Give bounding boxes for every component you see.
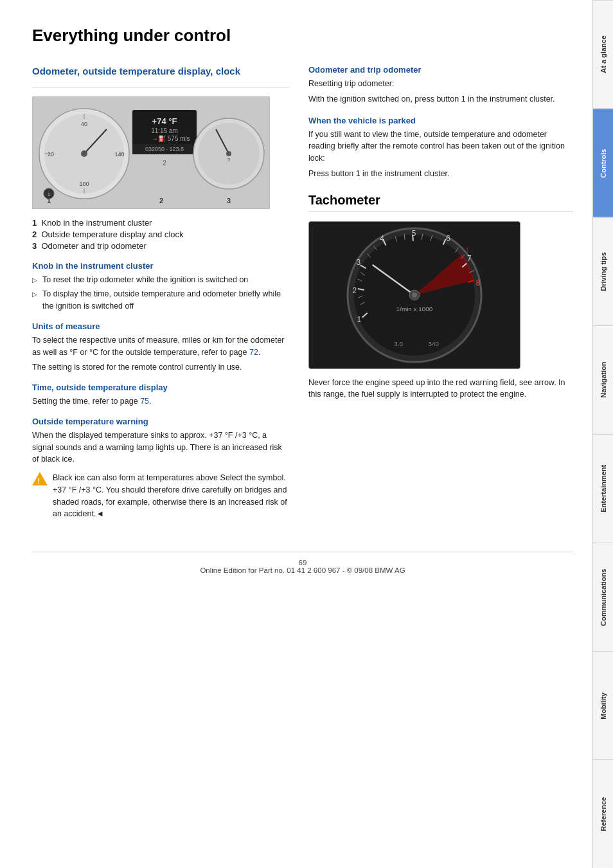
odometer-right-title: Odometer and trip odometer: [308, 65, 573, 75]
svg-text:6: 6: [446, 233, 450, 242]
svg-text:20: 20: [48, 151, 54, 158]
svg-text:40: 40: [81, 121, 87, 127]
sidebar-tab-communications[interactable]: Communications: [593, 543, 613, 651]
two-column-layout: Odometer, outside temperature display, c…: [32, 65, 573, 532]
svg-text:140: 140: [114, 151, 124, 158]
tachometer-section: Tachometer: [308, 193, 573, 401]
sidebar-tab-driving-tips[interactable]: Driving tips: [593, 217, 613, 326]
svg-text:→⛽ 575 mls: →⛽ 575 mls: [152, 134, 190, 143]
tachometer-description: Never force the engine speed up into the…: [308, 377, 573, 401]
svg-text:100: 100: [79, 181, 89, 187]
tachometer-heading: Tachometer: [308, 193, 573, 212]
svg-text:5: 5: [412, 228, 416, 237]
instrument-cluster-image: 40 100 20 140 1 +74 °F 11:15 am →⛽ 575 m…: [32, 96, 270, 209]
svg-point-66: [412, 293, 417, 298]
parked-text: If you still want to view the time, outs…: [308, 129, 573, 165]
svg-text:↑: ↑: [465, 244, 470, 254]
sidebar-tab-mobility[interactable]: Mobility: [593, 651, 613, 760]
svg-point-25: [226, 151, 231, 156]
page-number: 69: [299, 559, 307, 566]
outside-temp-text: When the displayed temperature sinks to …: [32, 429, 289, 466]
units-page-link[interactable]: 72: [249, 348, 258, 357]
sidebar-tab-navigation[interactable]: Navigation: [593, 325, 613, 434]
warning-box: Black ice can also form at temperatures …: [32, 472, 289, 523]
tachometer-image: 1 2 3 4 5 6 7 8: [308, 221, 520, 369]
knob-section: Knob in the instrument cluster To reset …: [32, 261, 289, 312]
parked-section: When the vehicle is parked If you still …: [308, 116, 573, 180]
svg-text:032050 · 123.8: 032050 · 123.8: [145, 146, 184, 152]
svg-text:4: 4: [380, 233, 384, 242]
item-1: 1 Knob in the instrument cluster: [32, 218, 289, 228]
svg-text:3: 3: [227, 197, 231, 204]
odometer-right-text2: With the ignition switched on, press but…: [308, 93, 573, 105]
knob-bullet-list: To reset the trip odometer while the ign…: [32, 274, 289, 312]
page-title: Everything under control: [32, 26, 573, 46]
outside-temp-title: Outside temperature warning: [32, 417, 289, 426]
sidebar-tabs: At a glance Controls Driving tips Naviga…: [592, 0, 613, 868]
time-text: Setting the time, refer to page 75.: [32, 395, 289, 408]
svg-text:+74 °F: +74 °F: [152, 116, 177, 126]
left-column: Odometer, outside temperature display, c…: [32, 65, 289, 532]
svg-text:3: 3: [227, 157, 231, 163]
odometer-right-text: Resetting trip odometer:: [308, 78, 573, 90]
units-section-title: Units of measure: [32, 321, 289, 331]
knob-bullet-1: To reset the trip odometer while the ign…: [32, 274, 289, 286]
warning-text: Black ice can also form at temperatures …: [53, 472, 289, 520]
sidebar-tab-at-a-glance[interactable]: At a glance: [593, 0, 613, 109]
parked-title: When the vehicle is parked: [308, 116, 573, 125]
svg-text:11:15 am: 11:15 am: [151, 127, 178, 134]
footer-text: Online Edition for Part no. 01 41 2 600 …: [200, 566, 405, 574]
page-footer: 69 Online Edition for Part no. 01 41 2 6…: [32, 552, 573, 574]
odometer-section-heading: Odometer, outside temperature display, c…: [32, 65, 289, 78]
units-text2: The setting is stored for the remote con…: [32, 361, 289, 374]
time-section-title: Time, outside temperature display: [32, 383, 289, 392]
sidebar-tab-entertainment[interactable]: Entertainment: [593, 434, 613, 543]
time-section: Time, outside temperature display Settin…: [32, 383, 289, 408]
warning-triangle-icon: [32, 472, 48, 485]
svg-text:3: 3: [356, 258, 360, 267]
svg-text:3.0: 3.0: [394, 340, 403, 347]
svg-point-12: [81, 150, 87, 157]
knob-bullet-2: To display the time, outside temperature…: [32, 288, 289, 312]
time-page-link[interactable]: 75: [140, 397, 149, 406]
svg-text:2: 2: [353, 286, 357, 295]
svg-text:1: 1: [47, 197, 51, 204]
parked-text2: Press button 1 in the instrument cluster…: [308, 168, 573, 180]
svg-text:8: 8: [476, 278, 481, 287]
svg-text:2: 2: [163, 159, 166, 167]
svg-text:1/min x 1000: 1/min x 1000: [396, 305, 433, 312]
svg-text:7: 7: [467, 254, 472, 263]
odometer-right-section: Odometer and trip odometer Resetting tri…: [308, 65, 573, 105]
svg-text:2: 2: [159, 197, 163, 204]
sidebar-tab-controls[interactable]: Controls: [593, 109, 613, 217]
right-column: Odometer and trip odometer Resetting tri…: [308, 65, 573, 532]
units-text: To select the respective units of measur…: [32, 334, 289, 359]
main-content: Everything under control Odometer, outsi…: [0, 0, 592, 593]
item-2: 2 Outside temperature display and clock: [32, 230, 289, 239]
knob-section-title: Knob in the instrument cluster: [32, 261, 289, 271]
item-3: 3 Odometer and trip odometer: [32, 241, 289, 251]
sidebar-tab-reference[interactable]: Reference: [593, 759, 613, 868]
instrument-item-list: 1 Knob in the instrument cluster 2 Outsi…: [32, 218, 289, 251]
svg-text:1: 1: [357, 314, 361, 323]
svg-text:340: 340: [428, 340, 439, 347]
outside-temp-section: Outside temperature warning When the dis…: [32, 417, 289, 523]
units-section: Units of measure To select the respectiv…: [32, 321, 289, 374]
